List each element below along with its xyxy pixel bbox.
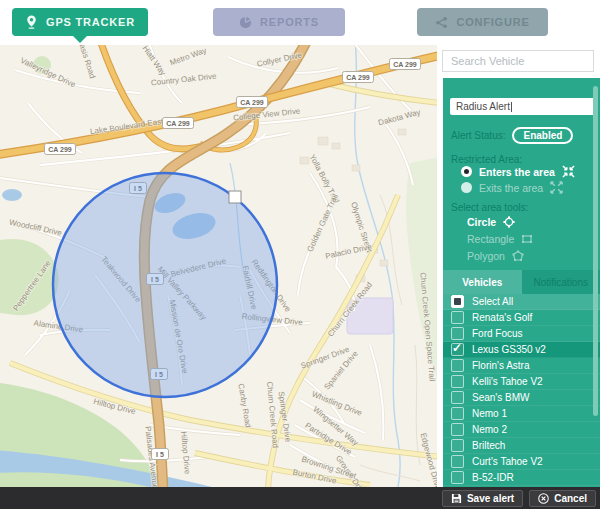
gps-pin-icon bbox=[25, 15, 38, 29]
alert-name-input[interactable]: Radius Alert bbox=[450, 98, 595, 115]
vehicle-row[interactable]: B-52-IDR bbox=[443, 470, 600, 486]
tool-label: Polygon bbox=[467, 250, 505, 262]
vehicle-row[interactable]: Ford Focus bbox=[443, 326, 600, 342]
vehicle-checkbox[interactable] bbox=[451, 391, 464, 404]
tool-label: Rectangle bbox=[467, 233, 514, 245]
vehicle-checkbox[interactable] bbox=[451, 343, 464, 356]
alert-config-sidebar: Radius Alert Alert Status: Enabled Restr… bbox=[437, 45, 600, 487]
scrollbar-thumb[interactable] bbox=[593, 86, 598, 416]
search-vehicle-input[interactable] bbox=[442, 50, 594, 72]
highway-shield: CA 299 bbox=[343, 72, 374, 83]
vehicle-row[interactable]: Florin's Astra bbox=[443, 358, 600, 374]
vehicle-row[interactable]: Kelli's Tahoe V2 bbox=[443, 374, 600, 390]
svg-text:CA 299: CA 299 bbox=[240, 99, 264, 106]
alert-status-label: Alert Status: bbox=[451, 130, 505, 141]
vehicle-label: Florin's Astra bbox=[472, 360, 529, 371]
tab-label: CONFIGURE bbox=[456, 16, 529, 28]
share-icon bbox=[435, 16, 448, 29]
radio-exits-area[interactable]: Exits the area bbox=[461, 180, 563, 195]
pie-chart-icon bbox=[239, 16, 252, 29]
svg-text:I 5: I 5 bbox=[156, 451, 164, 458]
highway-shield: CA 299 bbox=[163, 118, 194, 129]
save-alert-button[interactable]: Save alert bbox=[442, 490, 523, 507]
vehicle-row[interactable]: Select All bbox=[443, 294, 600, 310]
collapse-arrows-icon bbox=[562, 165, 575, 178]
highway-shield: CA 299 bbox=[390, 59, 421, 70]
polygon-tool-icon bbox=[512, 250, 524, 262]
save-icon bbox=[451, 493, 462, 504]
vehicle-label: Nemo 1 bbox=[472, 408, 507, 419]
tool-polygon[interactable]: Polygon bbox=[467, 248, 524, 263]
save-label: Save alert bbox=[467, 493, 514, 504]
vehicle-checkbox[interactable] bbox=[451, 311, 464, 324]
vehicle-label: Kelli's Tahoe V2 bbox=[472, 376, 543, 387]
highway-shield: CA 299 bbox=[237, 97, 268, 108]
vehicle-row[interactable]: Briltech bbox=[443, 438, 600, 454]
svg-text:CA 299: CA 299 bbox=[48, 146, 72, 153]
vehicle-checkbox[interactable] bbox=[451, 423, 464, 436]
vehicle-list: Select AllRenata's GolfFord FocusLexus G… bbox=[443, 294, 600, 486]
vehicle-label: Nemo 2 bbox=[472, 424, 507, 435]
tab-label: REPORTS bbox=[260, 16, 319, 28]
vehicle-checkbox[interactable] bbox=[451, 455, 464, 468]
highway-shield: I 5 bbox=[152, 449, 169, 460]
highway-shield: CA 299 bbox=[45, 144, 76, 155]
tool-circle[interactable]: Circle bbox=[467, 214, 515, 229]
vehicle-row[interactable]: Renata's Golf bbox=[443, 310, 600, 326]
vehicle-row[interactable]: Nemo 2 bbox=[443, 422, 600, 438]
svg-text:CA 299: CA 299 bbox=[346, 74, 370, 81]
tab-notifications[interactable]: Notifications bbox=[522, 270, 600, 294]
area-tools-label: Select area tools: bbox=[451, 202, 528, 213]
svg-text:CA 299: CA 299 bbox=[393, 61, 417, 68]
cancel-icon bbox=[538, 493, 549, 504]
vehicle-row[interactable]: Lexus GS350 v2 bbox=[443, 342, 600, 358]
vehicle-label: Lexus GS350 v2 bbox=[472, 344, 546, 355]
cancel-button[interactable]: Cancel bbox=[529, 490, 596, 507]
alert-status-row: Alert Status: Enabled bbox=[451, 125, 573, 145]
radius-resize-handle[interactable] bbox=[229, 191, 241, 203]
radio-enters-area[interactable]: Enters the area bbox=[461, 164, 575, 179]
tab-vehicles[interactable]: Vehicles bbox=[443, 270, 522, 294]
radio-unselected[interactable] bbox=[461, 182, 472, 193]
vehicle-checkbox[interactable] bbox=[451, 471, 464, 484]
vehicle-label: Select All bbox=[472, 296, 513, 307]
vehicle-checkbox[interactable] bbox=[451, 375, 464, 388]
radio-label: Enters the area bbox=[479, 166, 555, 178]
alert-status-toggle[interactable]: Enabled bbox=[512, 127, 573, 144]
tab-gps-tracker[interactable]: GPS TRACKER bbox=[12, 8, 148, 36]
vehicle-checkbox[interactable] bbox=[451, 407, 464, 420]
vehicle-row[interactable]: Nemo 1 bbox=[443, 406, 600, 422]
vehicle-checkbox[interactable] bbox=[451, 327, 464, 340]
vehicle-checkbox[interactable] bbox=[451, 295, 464, 308]
tab-reports[interactable]: REPORTS bbox=[213, 8, 345, 36]
circle-tool-icon bbox=[503, 216, 515, 228]
vehicle-row[interactable]: Curt's Tahoe V2 bbox=[443, 454, 600, 470]
bottom-action-bar: Save alert Cancel bbox=[0, 487, 600, 509]
radio-label: Exits the area bbox=[479, 182, 543, 194]
svg-text:CA 299: CA 299 bbox=[166, 120, 190, 127]
map-canvas[interactable]: Valleyridge DriveOasis RoadHiatt WayMetr… bbox=[0, 45, 437, 487]
gps-tracker-app: GPS TRACKER REPORTS CONFIGURE bbox=[0, 0, 600, 509]
tool-label: Circle bbox=[467, 216, 496, 228]
alert-config-panel: Radius Alert Alert Status: Enabled Restr… bbox=[443, 78, 600, 487]
vehicle-checkbox[interactable] bbox=[451, 439, 464, 452]
expand-arrows-icon bbox=[550, 181, 563, 194]
radius-circle[interactable] bbox=[53, 173, 277, 397]
top-navigation: GPS TRACKER REPORTS CONFIGURE bbox=[0, 0, 600, 45]
vehicle-row[interactable]: Sean's BMW bbox=[443, 390, 600, 406]
tab-label: GPS TRACKER bbox=[46, 16, 135, 28]
tool-rectangle[interactable]: Rectangle bbox=[467, 231, 533, 246]
text-caret bbox=[511, 102, 512, 112]
vehicle-checkbox[interactable] bbox=[451, 359, 464, 372]
sidebar-tabs: Vehicles Notifications bbox=[443, 270, 600, 294]
radio-selected[interactable] bbox=[461, 166, 472, 177]
rectangle-tool-icon bbox=[521, 233, 533, 245]
vehicle-label: Briltech bbox=[472, 440, 505, 451]
cancel-label: Cancel bbox=[554, 493, 587, 504]
vehicle-label: B-52-IDR bbox=[472, 472, 514, 483]
radius-selection[interactable] bbox=[53, 173, 277, 397]
vehicle-label: Curt's Tahoe V2 bbox=[472, 456, 543, 467]
tab-configure[interactable]: CONFIGURE bbox=[417, 8, 548, 36]
alert-name-value: Radius Alert bbox=[456, 101, 510, 112]
vehicle-label: Sean's BMW bbox=[472, 392, 529, 403]
